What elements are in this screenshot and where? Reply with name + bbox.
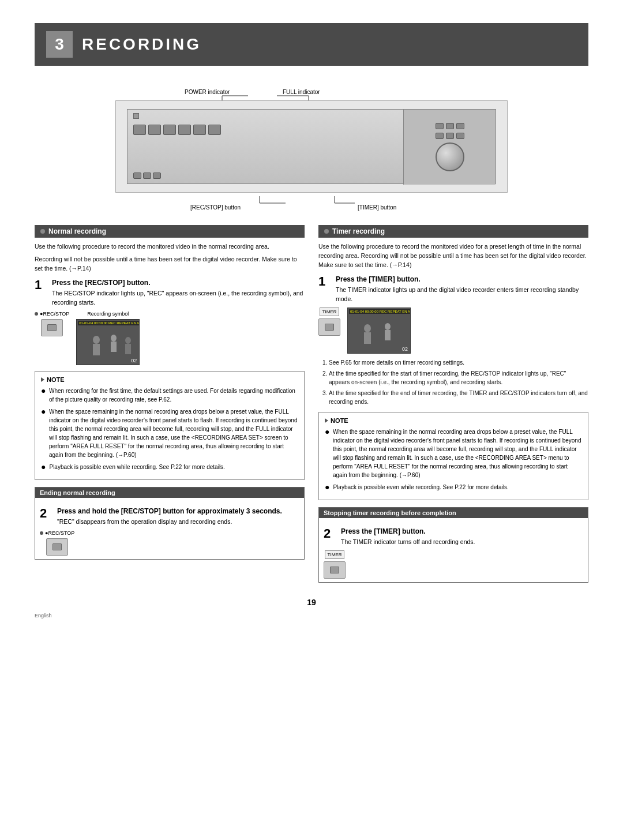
normal-step1-figures: ●REC/STOP Recording symbol 01-01-04 00:0… bbox=[35, 311, 305, 365]
normal-screen-image: 01-01-04 00:00:00 REC REPEAT EN A ALARM … bbox=[76, 319, 140, 365]
stopping-timer-header: Stopping timer recording before completi… bbox=[319, 508, 588, 518]
stopping-timer-device: TIMER bbox=[324, 550, 346, 579]
device-image bbox=[115, 100, 508, 193]
normal-note-box: NOTE ● When recording for the first time… bbox=[35, 371, 305, 480]
timer-step-2: 2 Press the [TIMER] button. The TIMER in… bbox=[324, 527, 583, 547]
normal-step-1: 1 Press the [REC/STOP] button. The REC/S… bbox=[35, 279, 305, 308]
device-btn-3[interactable] bbox=[163, 125, 176, 135]
column-left: Normal recording Use the following proce… bbox=[35, 225, 305, 586]
ending-recstop-device: ●REC/STOP bbox=[40, 530, 74, 556]
note-triangle-icon bbox=[41, 377, 44, 382]
ending-recstop-btn[interactable] bbox=[52, 543, 62, 550]
device-btn-5[interactable] bbox=[193, 125, 206, 135]
timer-step-1: 1 Press the [TIMER] button. The TIMER in… bbox=[318, 275, 588, 304]
stopping-timer-device-box bbox=[324, 561, 346, 579]
normal-note-header: NOTE bbox=[41, 376, 298, 383]
device-btn-b2[interactable] bbox=[143, 172, 151, 179]
timer-device-figure: TIMER bbox=[318, 308, 340, 336]
timer-section-dot bbox=[324, 229, 329, 234]
normal-step-2-desc: "REC" disappears from the operation disp… bbox=[57, 518, 299, 527]
device-btn-2[interactable] bbox=[148, 125, 161, 135]
svg-point-14 bbox=[364, 324, 371, 332]
chapter-header: 3 RECORDING bbox=[35, 23, 588, 66]
device-btn-r6[interactable] bbox=[456, 133, 464, 139]
timer-note-1: See P.65 for more details on timer recor… bbox=[329, 358, 588, 367]
stopping-timer-content: 2 Press the [TIMER] button. The TIMER in… bbox=[319, 518, 588, 582]
stopping-timer-label-box: TIMER bbox=[325, 550, 345, 559]
page-language: English bbox=[35, 613, 588, 618]
normal-note-text-2: When the space remaining in the normal r… bbox=[49, 407, 298, 459]
diagram-top-labels: POWER indicator FULL indicator bbox=[115, 83, 508, 100]
device-btn-r3[interactable] bbox=[456, 123, 464, 129]
svg-rect-15 bbox=[364, 332, 371, 344]
svg-rect-11 bbox=[111, 342, 117, 352]
svg-rect-13 bbox=[125, 344, 131, 354]
normal-recstop-device: ●REC/STOP bbox=[35, 311, 69, 336]
timer-note-text-1: When the space remaining in the normal r… bbox=[333, 427, 582, 479]
stopping-device-row: TIMER bbox=[324, 550, 583, 579]
normal-step-2-title: Press and hold the [REC/STOP] button for… bbox=[57, 507, 299, 515]
svg-rect-17 bbox=[385, 330, 391, 340]
timer-screen-text: 01-01-04 00:00:00 REC REPEAT EN A ALARM … bbox=[349, 309, 411, 314]
timer-note-3: At the time specified for the end of tim… bbox=[329, 389, 588, 406]
device-btn-r1[interactable] bbox=[436, 123, 444, 129]
timer-screen-image: 01-01-04 00:00:00 REC REPEAT EN A ALARM … bbox=[347, 308, 411, 354]
normal-note-item-1: ● When recording for the first time, the… bbox=[41, 387, 298, 404]
timer-note-text-2: Playback is possible even while recordin… bbox=[333, 483, 508, 492]
recstop-dot bbox=[35, 312, 38, 316]
svg-rect-9 bbox=[93, 344, 100, 355]
normal-recording-title: Normal recording bbox=[48, 227, 106, 235]
device-btn-1[interactable] bbox=[133, 125, 146, 135]
svg-point-10 bbox=[111, 335, 117, 342]
normal-recording-header: Normal recording bbox=[35, 225, 305, 238]
timer-scene-svg bbox=[350, 320, 408, 348]
timer-note-bullet-1: ● bbox=[325, 427, 329, 436]
device-body bbox=[127, 109, 496, 184]
ending-recstop-dot bbox=[40, 531, 43, 535]
timer-numbered-notes: See P.65 for more details on timer recor… bbox=[318, 358, 588, 406]
normal-step-2-content: Press and hold the [REC/STOP] button for… bbox=[57, 507, 299, 527]
timer-recording-title: Timer recording bbox=[332, 227, 385, 235]
recstop-device-box bbox=[41, 319, 63, 336]
timer-label-box: TIMER bbox=[320, 308, 340, 316]
chapter-number: 3 bbox=[46, 31, 73, 58]
note-bullet-3: ● bbox=[41, 463, 46, 471]
device-bottom-btns bbox=[133, 172, 161, 179]
ending-recstop-box bbox=[46, 538, 68, 556]
timer-note-2: At the time specified for the start of t… bbox=[329, 369, 588, 387]
device-btn-6[interactable] bbox=[208, 125, 221, 135]
timer-step-1-content: Press the [TIMER] button. The TIMER indi… bbox=[336, 275, 588, 304]
normal-note-item-2: ● When the space remaining in the normal… bbox=[41, 407, 298, 459]
timer-note-box: NOTE ● When the space remaining in the n… bbox=[318, 412, 588, 500]
timer-note-bullet-2: ● bbox=[325, 483, 329, 491]
device-right-panel bbox=[403, 110, 496, 185]
device-btn-4[interactable] bbox=[178, 125, 191, 135]
normal-note-text-1: When recording for the first time, the d… bbox=[49, 387, 298, 404]
normal-screen-num: 02 bbox=[131, 358, 137, 363]
normal-step-1-number: 1 bbox=[35, 279, 46, 291]
timer-note-header: NOTE bbox=[325, 417, 582, 424]
normal-note-text-3: Playback is possible even while recordin… bbox=[49, 463, 224, 471]
device-indicator-1 bbox=[133, 113, 139, 119]
ending-normal-recording-box: Ending normal recording 2 Press and hold… bbox=[35, 487, 305, 560]
recstop-btn[interactable] bbox=[47, 324, 57, 331]
timer-step-2-title: Press the [TIMER] button. bbox=[341, 527, 583, 535]
timer-screen-figure: 01-01-04 00:00:00 REC REPEAT EN A ALARM … bbox=[347, 308, 411, 354]
device-btn-r5[interactable] bbox=[446, 133, 454, 139]
device-btn-r4[interactable] bbox=[436, 133, 444, 139]
device-btn-r2[interactable] bbox=[446, 123, 454, 129]
diagram-area: POWER indicator FULL indicator bbox=[35, 83, 588, 213]
device-btn-b3[interactable] bbox=[153, 172, 161, 179]
normal-screen-figure: Recording symbol 01-01-04 00:00:00 REC R… bbox=[76, 311, 140, 365]
device-knob[interactable] bbox=[436, 142, 464, 171]
column-right: Timer recording Use the following proced… bbox=[318, 225, 588, 586]
ending-normal-recording-content: 2 Press and hold the [REC/STOP] button f… bbox=[35, 498, 304, 559]
timer-step-2-desc: The TIMER indicator turns off and record… bbox=[341, 538, 583, 547]
stopping-timer-btn[interactable] bbox=[330, 567, 339, 573]
recstop-button-label: [REC/STOP] button bbox=[190, 204, 241, 211]
device-btn-b1[interactable] bbox=[133, 172, 141, 179]
page-container: 3 RECORDING POWER indicator FULL indicat… bbox=[0, 0, 623, 840]
timer-btn[interactable] bbox=[325, 324, 334, 331]
normal-screen-text: 01-01-04 00:00:00 REC REPEAT EN A ALARM … bbox=[78, 321, 140, 325]
diagram-lines-top bbox=[115, 83, 508, 100]
